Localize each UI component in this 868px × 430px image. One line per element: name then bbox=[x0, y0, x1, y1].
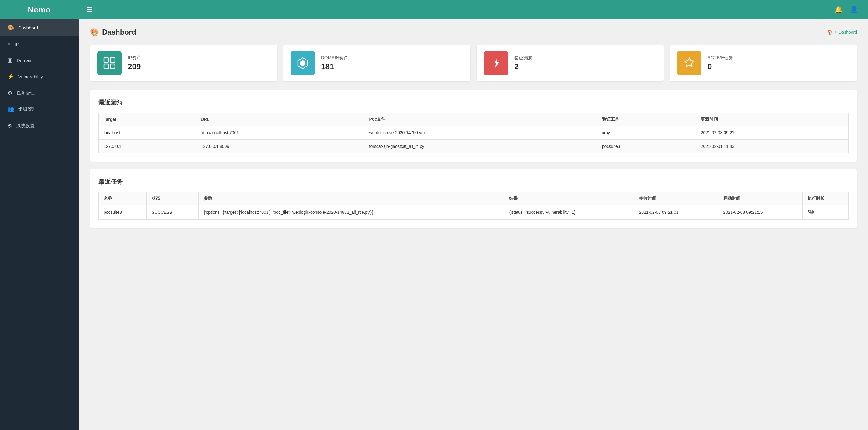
sidebar-label-ip: IP bbox=[15, 41, 72, 46]
active-stat-label: ACTIVE任务 bbox=[708, 55, 733, 61]
org-mgmt-icon: 👥 bbox=[7, 106, 14, 113]
main-content: 🎨 Dashbord 🏠 / Dashbord bbox=[79, 20, 868, 430]
task-col-received: 接收时间 bbox=[634, 192, 718, 205]
vuln-target: 127.0.0.1 bbox=[99, 140, 196, 153]
task-col-started: 启动时间 bbox=[718, 192, 802, 205]
sidebar-label-sys-settings: 系统设置 bbox=[17, 123, 66, 129]
sidebar-item-org-mgmt[interactable]: 👥 组织管理 bbox=[0, 101, 79, 118]
stat-card-vuln: 验证漏洞 2 bbox=[476, 45, 664, 81]
task-col-params: 参数 bbox=[199, 192, 504, 205]
task-result: {'status': 'success', 'vulnerability': 1… bbox=[504, 205, 634, 220]
sidebar-item-domain[interactable]: ▣ Domain bbox=[0, 52, 79, 68]
stat-card-domain: DOMAIN资产 181 bbox=[283, 45, 470, 81]
page-title-text: Dashbord bbox=[102, 28, 136, 36]
vuln-col-tool: 验证工具 bbox=[597, 113, 696, 126]
header-right: 🔔 👤 bbox=[835, 6, 868, 14]
sidebar-item-task-mgmt[interactable]: ⚙ 任务管理 bbox=[0, 85, 79, 101]
vuln-table: Target URL Poc文件 验证工具 更新时间 localhost htt… bbox=[98, 113, 848, 153]
vuln-tool: xray bbox=[597, 126, 696, 140]
recent-vuln-title: 最近漏洞 bbox=[98, 98, 848, 107]
recent-vuln-panel: 最近漏洞 Target URL Poc文件 验证工具 更新时间 localhos… bbox=[90, 90, 857, 162]
table-row: pocsuite3 SUCCESS {'options': {'target':… bbox=[99, 205, 848, 220]
sys-settings-icon: ⚙ bbox=[7, 122, 12, 129]
svg-rect-0 bbox=[104, 58, 108, 62]
sidebar-item-vulnerability[interactable]: ⚡ Vulnerability bbox=[0, 68, 79, 85]
task-received: 2021-02-03 09:21:01 bbox=[634, 205, 718, 220]
table-row: 127.0.0.1 127.0.0.1:8009 tomcat-ajp-ghos… bbox=[99, 140, 848, 153]
vuln-stat-value: 2 bbox=[514, 62, 532, 71]
logo-area: Nemo bbox=[0, 0, 79, 20]
task-col-result: 结果 bbox=[504, 192, 634, 205]
svg-marker-5 bbox=[300, 60, 305, 66]
vuln-url: http://localhost:7001 bbox=[196, 126, 364, 140]
ip-stat-value: 209 bbox=[128, 62, 141, 71]
vuln-updated: 2021-02-03 09:21 bbox=[696, 126, 848, 140]
chevron-right-icon: › bbox=[70, 124, 72, 128]
vuln-stat-info: 验证漏洞 2 bbox=[514, 55, 532, 71]
breadcrumb-sep: / bbox=[835, 30, 836, 35]
domain-stat-label: DOMAIN资产 bbox=[321, 55, 348, 61]
active-stat-value: 0 bbox=[708, 62, 733, 71]
vuln-target: localhost bbox=[99, 126, 196, 140]
stat-card-ip: IP资产 209 bbox=[90, 45, 277, 81]
task-col-duration: 执行时长 bbox=[802, 192, 848, 205]
recent-tasks-title: 最近任务 bbox=[98, 178, 848, 186]
page-title-icon: 🎨 bbox=[90, 28, 99, 36]
vuln-icon-box bbox=[484, 51, 508, 75]
vuln-poc: weblogic-cve-2020-14750.yml bbox=[364, 126, 597, 140]
ip-stat-label: IP资产 bbox=[128, 55, 141, 61]
domain-stat-value: 181 bbox=[321, 62, 348, 71]
vuln-updated: 2021-02-01 11:43 bbox=[696, 140, 848, 153]
breadcrumb: 🏠 / Dashbord bbox=[827, 30, 857, 35]
domain-stat-info: DOMAIN资产 181 bbox=[321, 55, 348, 71]
sidebar-label-dashboard: Dashbord bbox=[18, 25, 72, 30]
sidebar-label-org-mgmt: 组织管理 bbox=[18, 107, 72, 112]
svg-rect-2 bbox=[104, 64, 108, 69]
vuln-col-poc: Poc文件 bbox=[364, 113, 597, 126]
task-mgmt-icon: ⚙ bbox=[7, 90, 12, 96]
task-started: 2021-02-03 09:21:15 bbox=[718, 205, 802, 220]
sidebar-label-vulnerability: Vulnerability bbox=[18, 74, 72, 79]
vuln-url: 127.0.0.1:8009 bbox=[196, 140, 364, 153]
task-duration: 5秒 bbox=[802, 205, 848, 220]
vuln-tool: pocsuite3 bbox=[597, 140, 696, 153]
dashboard-icon: 🎨 bbox=[7, 24, 14, 31]
task-status: SUCCESS bbox=[147, 205, 198, 220]
stat-cards: IP资产 209 DOMAIN资产 181 bbox=[90, 45, 857, 81]
task-col-status: 状态 bbox=[147, 192, 198, 205]
page-title: 🎨 Dashbord bbox=[90, 28, 136, 36]
svg-rect-1 bbox=[110, 58, 115, 62]
app-title: Nemo bbox=[28, 5, 51, 14]
vuln-col-target: Target bbox=[99, 113, 196, 126]
tasks-table: 名称 状态 参数 结果 接收时间 启动时间 执行时长 pocsuite3 SUC… bbox=[98, 192, 848, 220]
menu-toggle-icon[interactable]: ☰ bbox=[79, 6, 100, 14]
stat-card-active: ACTIVE任务 0 bbox=[670, 45, 857, 81]
sidebar-item-dashboard[interactable]: 🎨 Dashbord bbox=[0, 20, 79, 36]
task-col-name: 名称 bbox=[99, 192, 147, 205]
active-icon-box bbox=[677, 51, 702, 75]
vuln-col-updated: 更新时间 bbox=[696, 113, 848, 126]
ip-stat-info: IP资产 209 bbox=[128, 55, 141, 71]
breadcrumb-current: Dashbord bbox=[839, 30, 857, 35]
sidebar-item-ip[interactable]: ≡ IP bbox=[0, 36, 79, 52]
sidebar-label-task-mgmt: 任务管理 bbox=[17, 90, 72, 96]
task-params: {'options': {'target': ['localhost:7001'… bbox=[199, 205, 504, 220]
vuln-stat-label: 验证漏洞 bbox=[514, 55, 532, 61]
home-icon[interactable]: 🏠 bbox=[827, 30, 832, 35]
page-header: 🎨 Dashbord 🏠 / Dashbord bbox=[90, 28, 857, 36]
ip-asset-icon-box bbox=[97, 51, 122, 75]
sidebar: 🎨 Dashbord ≡ IP ▣ Domain ⚡ Vulnerability… bbox=[0, 20, 79, 430]
sidebar-item-sys-settings[interactable]: ⚙ 系统设置 › bbox=[0, 118, 79, 134]
ip-icon: ≡ bbox=[7, 41, 11, 47]
notification-icon[interactable]: 🔔 bbox=[835, 6, 843, 14]
active-stat-info: ACTIVE任务 0 bbox=[708, 55, 733, 71]
domain-icon: ▣ bbox=[7, 57, 12, 63]
vulnerability-icon: ⚡ bbox=[7, 73, 14, 80]
svg-rect-3 bbox=[110, 64, 115, 69]
vuln-poc: tomcat-ajp-ghostcat_all_lfi.py bbox=[364, 140, 597, 153]
sidebar-label-domain: Domain bbox=[17, 58, 72, 63]
recent-tasks-panel: 最近任务 名称 状态 参数 结果 接收时间 启动时间 执行时长 pocsuite… bbox=[90, 169, 857, 228]
domain-asset-icon-box bbox=[290, 51, 315, 75]
task-name: pocsuite3 bbox=[99, 205, 147, 220]
user-icon[interactable]: 👤 bbox=[850, 6, 858, 14]
